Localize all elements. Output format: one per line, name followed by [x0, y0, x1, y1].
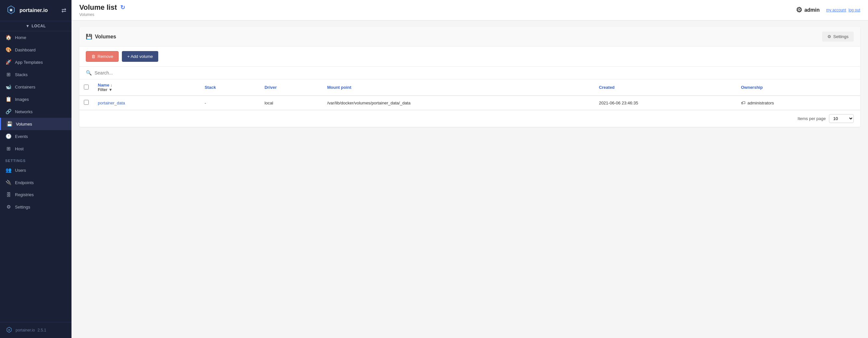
- card-header: 💾 Volumes ⚙ Settings: [79, 27, 860, 47]
- sidebar-item-registries-label: Registries: [15, 192, 34, 197]
- user-icon: ⚙: [796, 6, 802, 14]
- refresh-icon[interactable]: ↻: [120, 4, 125, 11]
- card-settings-button[interactable]: ⚙ Settings: [822, 32, 854, 41]
- sidebar-item-users[interactable]: 👥 Users: [0, 164, 71, 176]
- sidebar-item-networks[interactable]: 🔗 Networks: [0, 105, 71, 118]
- dashboard-icon: 🎨: [5, 47, 12, 53]
- filter-icon[interactable]: ▼: [108, 87, 113, 92]
- sidebar-item-containers-label: Containers: [15, 85, 35, 89]
- remove-button[interactable]: 🗑 Remove: [86, 51, 119, 62]
- sidebar-item-volumes[interactable]: 💾 Volumes: [0, 118, 71, 130]
- stack-header: Stack: [200, 79, 260, 96]
- sidebar: portainer.io ⇄ ▼ LOCAL 🏠 Home 🎨 Dashboar…: [0, 0, 71, 338]
- endpoints-icon: 🔌: [5, 179, 12, 186]
- sidebar-item-images-label: Images: [15, 97, 29, 102]
- sidebar-item-events[interactable]: 🕐 Events: [0, 130, 71, 142]
- sidebar-settings-icon: ⚙: [5, 204, 12, 210]
- sidebar-item-events-label: Events: [15, 134, 28, 139]
- logo[interactable]: portainer.io: [5, 5, 48, 16]
- select-all-header: [79, 79, 93, 96]
- sidebar-item-endpoints-label: Endpoints: [15, 180, 34, 185]
- sidebar-item-stacks-label: Stacks: [15, 72, 28, 77]
- sidebar-item-host[interactable]: ⊞ Host: [0, 142, 71, 155]
- name-header[interactable]: Name ↕ Filter ▼: [93, 79, 200, 96]
- env-icon: ▼: [26, 24, 30, 28]
- sidebar-item-settings[interactable]: ⚙ Settings: [0, 201, 71, 213]
- sidebar-item-images[interactable]: 📋 Images: [0, 93, 71, 105]
- sidebar-item-dashboard[interactable]: 🎨 Dashboard: [0, 44, 71, 56]
- items-per-page-select[interactable]: 10 25 50 100: [829, 114, 854, 123]
- topbar-right: ⚙ admin my account log out: [796, 6, 860, 14]
- sidebar-item-dashboard-label: Dashboard: [15, 48, 36, 52]
- ownership-icon: 🏷: [741, 100, 745, 105]
- volume-ownership-cell: 🏷 administrators: [736, 96, 860, 110]
- topbar: Volume list ↻ Volumes ⚙ admin my account…: [71, 0, 868, 21]
- sidebar-item-registries[interactable]: 🗄 Registries: [0, 189, 71, 201]
- registries-icon: 🗄: [5, 192, 12, 197]
- name-sort-icon[interactable]: ↕: [111, 83, 113, 87]
- add-volume-button[interactable]: + Add volume: [122, 51, 158, 62]
- trash-icon: 🗑: [91, 54, 96, 59]
- sidebar-item-host-label: Host: [15, 146, 24, 151]
- page-title: Volume list ↻: [79, 3, 125, 12]
- env-badge: ▼ LOCAL: [0, 21, 71, 31]
- volume-mount-cell: /var/lib/docker/volumes/portainer_data/_…: [323, 96, 594, 110]
- table-footer: Items per page 10 25 50 100: [79, 110, 860, 127]
- containers-icon: 🐋: [5, 84, 12, 90]
- mount-point-header: Mount point: [323, 79, 594, 96]
- host-icon: ⊞: [5, 146, 12, 151]
- footer-logo-text: portainer.io: [16, 328, 35, 333]
- user-name: admin: [804, 7, 819, 13]
- action-buttons-row: 🗑 Remove + Add volume: [79, 47, 860, 67]
- sidebar-item-containers[interactable]: 🐋 Containers: [0, 81, 71, 93]
- sidebar-item-volumes-label: Volumes: [16, 122, 32, 126]
- search-wrap: 🔍: [86, 70, 854, 76]
- table-row: portainer_data - local /var/lib/docker/v…: [79, 96, 860, 110]
- gear-icon: ⚙: [827, 34, 831, 39]
- volumes-card: 💾 Volumes ⚙ Settings 🗑 Remove + Add volu…: [79, 27, 860, 127]
- my-account-link[interactable]: my account: [826, 8, 846, 12]
- volume-stack-cell: -: [200, 96, 260, 110]
- events-icon: 🕐: [5, 133, 12, 139]
- sidebar-item-settings-label: Settings: [15, 205, 30, 209]
- row-checkbox[interactable]: [84, 100, 89, 105]
- users-icon: 👥: [5, 167, 12, 173]
- volumes-title-icon: 💾: [86, 33, 92, 40]
- main-content: Volume list ↻ Volumes ⚙ admin my account…: [71, 0, 868, 338]
- page-title-area: Volume list ↻ Volumes: [79, 3, 125, 17]
- log-out-link[interactable]: log out: [848, 8, 860, 12]
- volumes-icon: 💾: [6, 121, 13, 127]
- sidebar-item-home-label: Home: [15, 35, 26, 40]
- sidebar-item-stacks[interactable]: ⊞ Stacks: [0, 68, 71, 81]
- networks-icon: 🔗: [5, 109, 12, 114]
- transfer-icon[interactable]: ⇄: [61, 7, 66, 14]
- footer-version: 2.5.1: [37, 328, 46, 333]
- stacks-icon: ⊞: [5, 72, 12, 78]
- app-templates-icon: 🚀: [5, 59, 12, 65]
- sidebar-item-endpoints[interactable]: 🔌 Endpoints: [0, 176, 71, 189]
- volume-driver-cell: local: [260, 96, 323, 110]
- row-checkbox-cell: [79, 96, 93, 110]
- ownership-header: Ownership: [736, 79, 860, 96]
- sidebar-item-app-templates-label: App Templates: [15, 60, 43, 65]
- sidebar-item-home[interactable]: 🏠 Home: [0, 31, 71, 44]
- breadcrumb: Volumes: [79, 12, 125, 17]
- sidebar-header: portainer.io ⇄: [0, 0, 71, 21]
- volumes-table: Name ↕ Filter ▼ Stack Driver Mount point…: [79, 79, 860, 110]
- svg-point-1: [10, 9, 12, 11]
- search-input[interactable]: [95, 70, 854, 76]
- search-row: 🔍: [79, 67, 860, 79]
- volume-name-link[interactable]: portainer_data: [98, 101, 125, 105]
- user-area: ⚙ admin: [796, 6, 819, 14]
- volume-created-cell: 2021-06-06 23:46:35: [594, 96, 736, 110]
- sidebar-item-networks-label: Networks: [15, 109, 32, 114]
- sidebar-item-users-label: Users: [15, 168, 26, 173]
- content-area: 💾 Volumes ⚙ Settings 🗑 Remove + Add volu…: [71, 21, 868, 338]
- user-links: my account log out: [825, 8, 860, 12]
- home-icon: 🏠: [5, 34, 12, 40]
- volumes-tbody: portainer_data - local /var/lib/docker/v…: [79, 96, 860, 110]
- driver-header: Driver: [260, 79, 323, 96]
- select-all-checkbox[interactable]: [84, 85, 89, 89]
- sidebar-item-app-templates[interactable]: 🚀 App Templates: [0, 56, 71, 68]
- items-per-page-label: Items per page: [798, 116, 826, 121]
